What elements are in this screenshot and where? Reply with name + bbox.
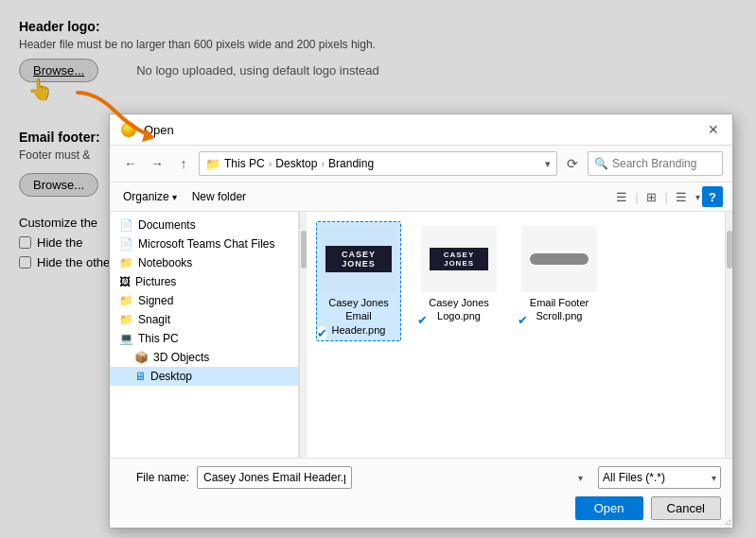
dialog-toolbar: ← → ↑ 📁 This PC › Desktop › Branding ▾ ⟳…: [110, 146, 732, 182]
tree-item-teams[interactable]: 📄 Microsoft Teams Chat Files: [110, 234, 298, 253]
teams-icon: 📄: [119, 237, 133, 251]
chrome-icon: [121, 122, 136, 137]
resize-handle[interactable]: ⊿: [719, 514, 732, 528]
open-button[interactable]: Open: [575, 496, 643, 520]
footer-inner: [530, 253, 589, 265]
dialog-titlebar: Open ✕: [110, 114, 732, 146]
filetype-select[interactable]: All Files (*.*) PNG Files (*.png): [598, 466, 721, 489]
breadcrumb-sep2: ›: [321, 158, 325, 169]
tree-scrollbar[interactable]: [299, 212, 307, 458]
tree-item-3dobjects[interactable]: 📦 3D Objects: [110, 348, 298, 367]
signed-icon: 📁: [119, 294, 133, 307]
tree-item-signed[interactable]: 📁 Signed: [110, 291, 298, 310]
filename-input[interactable]: [197, 466, 352, 489]
footer-label: Email FooterScroll.png: [530, 296, 589, 323]
new-folder-label: New folder: [192, 190, 246, 203]
cancel-button[interactable]: Cancel: [651, 496, 721, 520]
view-sep: |: [635, 190, 638, 204]
dialog-overlay: Open ✕ ← → ↑ 📁 This PC › Desktop › Brand…: [0, 0, 756, 538]
up-button[interactable]: ↑: [172, 152, 195, 175]
cj-header-label: Casey JonesEmailHeader.png: [328, 296, 389, 337]
tree-item-pictures[interactable]: 🖼 Pictures: [110, 272, 298, 291]
filename-row: File name: All Files (*.*) PNG Files (*.…: [121, 466, 721, 489]
view-icons-button[interactable]: ⊞: [641, 186, 663, 207]
folder-tree: 📄 Documents 📄 Microsoft Teams Chat Files…: [110, 212, 299, 458]
dialog-actionbar: Organize ▾ New folder ☰ | ⊞ | ☰ ▾ ?: [110, 182, 732, 212]
footer-thumbnail: [521, 226, 597, 292]
snagit-icon: 📁: [119, 313, 133, 326]
filetype-select-wrap: All Files (*.*) PNG Files (*.png): [598, 466, 721, 489]
pictures-label: Pictures: [135, 275, 176, 288]
tree-item-desktop[interactable]: 🖥 Desktop: [110, 367, 298, 386]
desktop-label: Desktop: [150, 370, 192, 383]
breadcrumb-desktop: Desktop: [275, 157, 317, 170]
notebooks-label: Notebooks: [138, 256, 192, 269]
documents-icon: 📄: [119, 218, 133, 232]
forward-button[interactable]: →: [146, 152, 168, 175]
cj-logo-label: Casey JonesLogo.png: [429, 296, 489, 323]
organize-chevron-icon: ▾: [172, 192, 177, 202]
help-button[interactable]: ?: [702, 186, 723, 207]
back-button[interactable]: ←: [119, 152, 142, 175]
thispc-label: This PC: [138, 332, 179, 345]
file-scrollbar[interactable]: [725, 212, 732, 458]
new-folder-button[interactable]: New folder: [188, 188, 250, 205]
footer-check-icon: ✔: [518, 313, 528, 327]
search-box: 🔍: [588, 151, 723, 176]
organize-button[interactable]: Organize ▾: [119, 188, 181, 205]
breadcrumb-branding: Branding: [328, 157, 374, 170]
dialog-title: Open: [144, 123, 698, 137]
signed-label: Signed: [138, 294, 173, 307]
dialog-content: 📄 Documents 📄 Microsoft Teams Chat Files…: [110, 212, 732, 458]
view-list-button[interactable]: ☰: [610, 186, 633, 207]
search-icon: 🔍: [594, 157, 608, 170]
desktop-icon: 🖥: [134, 370, 146, 383]
dialog-close-button[interactable]: ✕: [706, 122, 721, 137]
breadcrumb-chevron-icon: ▾: [545, 158, 551, 170]
file-item-footer[interactable]: ✔ Email FooterScroll.png: [517, 221, 602, 328]
file-view: CASEY JONES ✔ Casey JonesEmailHeader.png…: [307, 212, 725, 458]
filename-label: File name:: [121, 471, 189, 484]
refresh-button[interactable]: ⟳: [561, 152, 584, 175]
breadcrumb-folder-icon: 📁: [205, 157, 220, 171]
thispc-icon: 💻: [119, 332, 133, 345]
cj-header-thumbnail: CASEY JONES: [321, 226, 396, 292]
cj-logo-thumbnail: CASEY JONES: [421, 226, 497, 292]
cj-header-inner: CASEY JONES: [325, 246, 392, 272]
open-file-dialog: Open ✕ ← → ↑ 📁 This PC › Desktop › Brand…: [109, 113, 733, 529]
teams-label: Microsoft Teams Chat Files: [138, 237, 275, 251]
view-buttons: ☰ | ⊞ | ☰ ▾ ?: [610, 186, 723, 207]
view-sep2: |: [665, 190, 668, 204]
search-input[interactable]: [612, 157, 716, 170]
tree-item-documents[interactable]: 📄 Documents: [110, 216, 298, 234]
documents-label: Documents: [138, 218, 196, 232]
breadcrumb-sep1: ›: [269, 158, 273, 169]
breadcrumb-bar[interactable]: 📁 This PC › Desktop › Branding ▾: [199, 151, 557, 176]
view-details-button[interactable]: ☰: [670, 186, 693, 207]
file-item-cj-header[interactable]: CASEY JONES ✔ Casey JonesEmailHeader.png: [316, 221, 401, 341]
tree-item-thispc[interactable]: 💻 This PC: [110, 329, 298, 348]
action-row: Open Cancel: [121, 496, 721, 520]
cj-logo-check-icon: ✔: [417, 313, 428, 327]
dialog-bottom: File name: All Files (*.*) PNG Files (*.…: [110, 458, 732, 528]
tree-item-snagit[interactable]: 📁 Snagit: [110, 310, 298, 329]
breadcrumb-thispc: This PC: [224, 157, 265, 170]
view-chevron-icon: ▾: [695, 192, 700, 202]
notebooks-icon: 📁: [119, 256, 133, 269]
pictures-icon: 🖼: [119, 275, 131, 288]
cj-header-check-icon: ✔: [317, 326, 327, 340]
tree-item-notebooks[interactable]: 📁 Notebooks: [110, 253, 298, 272]
file-scrollbar-thumb: [727, 231, 732, 269]
3dobjects-label: 3D Objects: [153, 351, 209, 364]
organize-label: Organize: [123, 190, 169, 203]
cj-logo-inner: CASEY JONES: [430, 248, 488, 270]
3dobjects-icon: 📦: [134, 351, 149, 364]
snagit-label: Snagit: [138, 313, 170, 326]
file-item-cj-logo[interactable]: CASEY JONES ✔ Casey JonesLogo.png: [416, 221, 501, 328]
